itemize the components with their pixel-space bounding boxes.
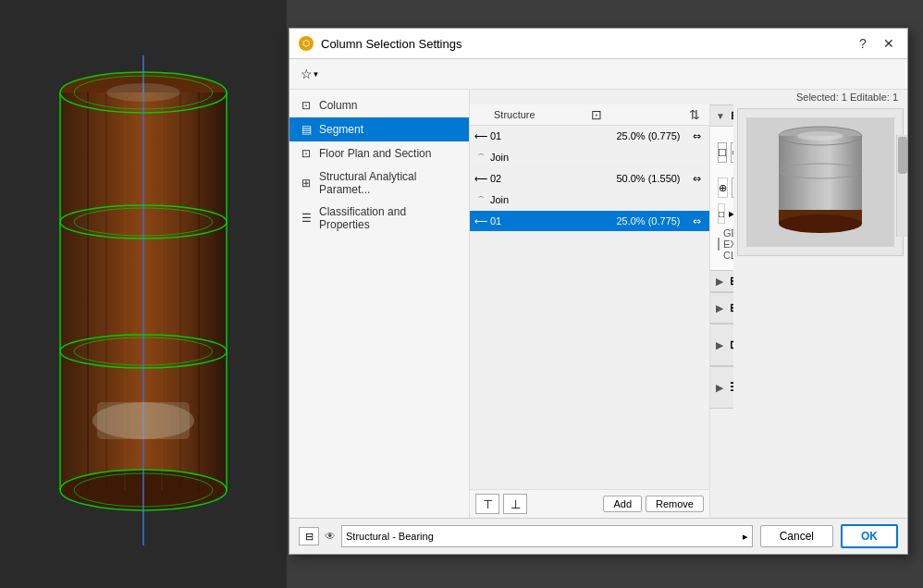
structure-section-icon: ⊟ xyxy=(731,109,733,122)
seg-row-2[interactable]: ⟵ 02 50.0% (1.550) ⇔ xyxy=(470,168,709,190)
segment-join-section-header[interactable]: ▶ ⊞ SEGMENT JOIN xyxy=(710,292,733,324)
dialog-body: ⊡ Column ▤ Segment ⊡ Floor Plan and Sect… xyxy=(289,90,907,518)
seg-row-2-icon: ⟵ xyxy=(474,171,488,186)
profile-select[interactable]: 01 ▸ xyxy=(732,178,733,198)
seg-row-3-action: ⇔ xyxy=(687,215,706,227)
seg-row-join1[interactable]: ⌒ Join xyxy=(470,147,709,168)
classification-nav-icon: ☰ xyxy=(299,211,314,226)
seg-type-icons: ⊤ ⊥ xyxy=(475,494,599,514)
seg-row-1-action: ⇔ xyxy=(687,130,706,142)
3d-viewport xyxy=(0,0,287,588)
eye-icon: 👁 xyxy=(325,530,336,543)
svg-point-32 xyxy=(797,131,843,141)
column-nav-icon: ⊡ xyxy=(299,98,314,113)
preview-and-struct: ▼ ⊟ STRUCTURE □ ○ ⊤ xyxy=(710,104,907,409)
profile-icon: ⊕ xyxy=(718,178,728,198)
seg-row-3-pct: 25.0% (0.775) xyxy=(611,215,685,227)
model-section-icon: ⊟ xyxy=(730,275,734,288)
classification-expand-icon: ▶ xyxy=(716,383,724,393)
footer-left: ⊟ 👁 Structural - Bearing ▸ xyxy=(299,525,753,547)
seg-row-1-icon: ⟵ xyxy=(474,129,488,143)
remove-button[interactable]: Remove xyxy=(646,496,704,512)
bearing-select-arrow: ▸ xyxy=(743,531,748,543)
profile-offset-section-header[interactable]: ▶ ⊡ PROFILE OFFSET MODIFIERS xyxy=(710,324,733,366)
seg-row-join1-name: Join xyxy=(490,152,609,163)
bearing-select-value: Structural - Bearing xyxy=(346,531,434,542)
ok-button[interactable]: OK xyxy=(841,524,898,548)
svg-rect-23 xyxy=(97,402,190,439)
seg-row-1-name: 01 xyxy=(490,130,609,141)
dialog-toolbar: ☆▼ xyxy=(289,59,907,90)
seg-row-2-name: 02 xyxy=(490,173,609,184)
nav-item-segment-label: Segment xyxy=(319,123,363,136)
dialog-footer: ⊟ 👁 Structural - Bearing ▸ Cancel OK xyxy=(289,518,907,554)
cancel-button[interactable]: Cancel xyxy=(760,525,833,547)
dialog-window: ⬡ Column Selection Settings ? ✕ ☆▼ ⊡ Col… xyxy=(289,28,908,555)
seg-row-2-pct: 50.0% (1.550) xyxy=(611,173,685,184)
svg-point-24 xyxy=(106,83,180,102)
nav-item-structural-label: Structural Analytical Paramet... xyxy=(319,170,460,196)
bearing-select[interactable]: Structural - Bearing ▸ xyxy=(341,525,753,547)
svg-point-29 xyxy=(779,214,862,233)
seg-rows: ⟵ 01 25.0% (0.775) ⇔ ⌒ Join xyxy=(470,126,709,489)
classification-section-header[interactable]: ▶ ☰ CLASSIFICATION AND PROPERTIES xyxy=(710,366,733,409)
offset-icon-1: □ xyxy=(718,203,725,224)
selected-info: Selected: 1 Editable: 1 xyxy=(470,90,907,104)
seg-row-1[interactable]: ⟵ 01 25.0% (0.775) ⇔ xyxy=(470,126,709,147)
seg-row-3[interactable]: ⟵ 01 25.0% (0.775) ⇔ xyxy=(470,211,709,232)
add-button[interactable]: Add xyxy=(603,496,642,512)
seg-row-3-icon: ⟵ xyxy=(474,214,488,228)
seg-type-btn-1[interactable]: ⊤ xyxy=(475,494,499,514)
nav-item-floor-plan[interactable]: ⊡ Floor Plan and Section xyxy=(289,141,469,165)
cladding-checkbox[interactable] xyxy=(718,238,720,251)
preview-box xyxy=(737,108,904,256)
nav-item-segment[interactable]: ▤ Segment xyxy=(289,117,469,141)
seg-type-btn-2[interactable]: ⊥ xyxy=(503,494,527,514)
seg-join-expand-icon: ▶ xyxy=(716,303,724,313)
screen: ⬡ Column Selection Settings ? ✕ ☆▼ ⊡ Col… xyxy=(0,0,923,588)
structural-nav-icon: ⊞ xyxy=(299,176,314,190)
cladding-row: GENERIC - EXTERNAL CLADDING ▸ 25.00 % ▸ xyxy=(718,227,726,261)
footer-settings-icon[interactable]: ⊟ xyxy=(299,527,319,545)
shape-row: □ ○ ⊤ ⊡ xyxy=(718,132,726,172)
seg-row-3-name: 01 xyxy=(490,215,609,227)
nav-item-column-label: Column xyxy=(319,99,357,112)
profile-offset-section-icon: ⊡ xyxy=(730,338,734,351)
seg-row-join2[interactable]: ⌒ Join xyxy=(470,190,709,211)
two-col-layout: Structure ⊡ ⇅ ⟵ 01 25.0% (0.775) ⇔ xyxy=(470,104,907,518)
profile-row: ⊕ 01 ▸ xyxy=(718,178,726,198)
structure-expand-icon: ▼ xyxy=(716,111,725,121)
close-button[interactable]: ✕ xyxy=(880,34,898,53)
seg-join-section-icon: ⊞ xyxy=(730,301,734,314)
segment-list: Structure ⊡ ⇅ ⟵ 01 25.0% (0.775) ⇔ xyxy=(470,104,710,518)
model-section-header[interactable]: ▶ ⊟ MODEL xyxy=(710,270,733,292)
seg-col-structure: Structure xyxy=(494,109,587,120)
nav-item-floor-plan-label: Floor Plan and Section xyxy=(319,147,431,160)
profile-offset-expand-icon: ▶ xyxy=(716,340,724,350)
nav-item-classification-label: Classification and Properties xyxy=(319,205,460,231)
cladding-label: GENERIC - EXTERNAL CLADDING xyxy=(723,227,733,261)
offset-row: □ ▸ □ 0.000 🔒 % 0.775 xyxy=(718,203,726,224)
structure-section-header[interactable]: ▼ ⊟ STRUCTURE xyxy=(710,104,733,127)
nav-item-classification[interactable]: ☰ Classification and Properties xyxy=(289,201,469,236)
nav-item-column[interactable]: ⊡ Column xyxy=(289,93,469,117)
seg-resize-icon: ⊡ xyxy=(591,107,602,122)
nav-item-structural[interactable]: ⊞ Structural Analytical Paramet... xyxy=(289,165,469,201)
model-expand-icon: ▶ xyxy=(716,276,724,287)
shape-circle-btn[interactable]: ○ xyxy=(731,142,733,163)
segment-nav-icon: ▤ xyxy=(299,122,314,137)
seg-row-join1-icon: ⌒ xyxy=(474,150,488,165)
seg-row-join2-icon: ⌒ xyxy=(474,192,488,207)
dialog-titlebar: ⬡ Column Selection Settings ? ✕ xyxy=(289,29,907,59)
dialog-title: Column Selection Settings xyxy=(321,37,846,51)
main-content: Selected: 1 Editable: 1 Structure ⊡ ⇅ xyxy=(470,90,907,518)
seg-row-join2-name: Join xyxy=(490,194,609,205)
properties-main: ▼ ⊟ STRUCTURE □ ○ ⊤ xyxy=(710,104,907,518)
seg-sort-icon: ⇅ xyxy=(685,107,704,122)
floor-plan-nav-icon: ⊡ xyxy=(299,146,314,161)
offset-arrow-icon: ▸ xyxy=(729,207,733,220)
shape-rect-btn[interactable]: □ xyxy=(718,142,727,163)
seg-buttons: ⊤ ⊥ Add Remove xyxy=(470,489,709,518)
help-button[interactable]: ? xyxy=(854,34,872,53)
favorites-button[interactable]: ☆▼ xyxy=(297,63,323,85)
